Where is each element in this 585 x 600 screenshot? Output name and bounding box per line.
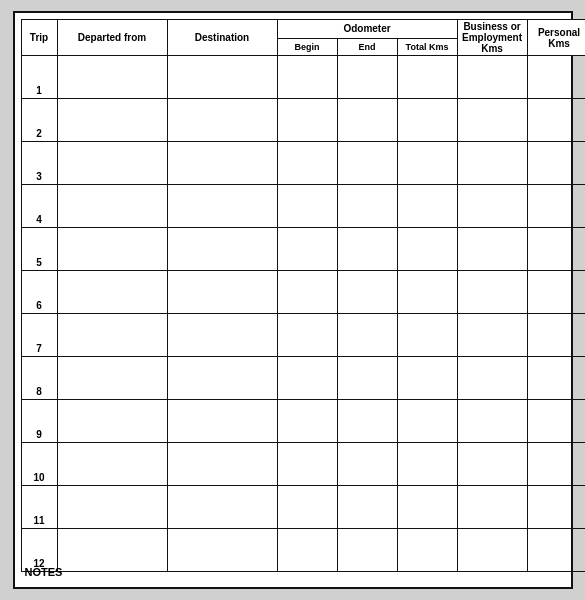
total-8[interactable]	[397, 357, 457, 400]
personal-5[interactable]	[527, 228, 585, 271]
personal-7[interactable]	[527, 314, 585, 357]
end-3[interactable]	[337, 142, 397, 185]
personal-kms-header: Personal Kms	[527, 20, 585, 56]
end-4[interactable]	[337, 185, 397, 228]
departed-7[interactable]	[57, 314, 167, 357]
end-7[interactable]	[337, 314, 397, 357]
table-row: 4	[21, 185, 585, 228]
begin-7[interactable]	[277, 314, 337, 357]
end-8[interactable]	[337, 357, 397, 400]
row-num-4: 4	[21, 185, 57, 228]
total-7[interactable]	[397, 314, 457, 357]
begin-5[interactable]	[277, 228, 337, 271]
departed-10[interactable]	[57, 443, 167, 486]
total-kms-header: Total Kms	[397, 38, 457, 55]
business-2[interactable]	[457, 99, 527, 142]
row-num-3: 3	[21, 142, 57, 185]
departed-2[interactable]	[57, 99, 167, 142]
end-2[interactable]	[337, 99, 397, 142]
business-11[interactable]	[457, 486, 527, 529]
departed-11[interactable]	[57, 486, 167, 529]
total-9[interactable]	[397, 400, 457, 443]
total-4[interactable]	[397, 185, 457, 228]
row-num-11: 11	[21, 486, 57, 529]
personal-3[interactable]	[527, 142, 585, 185]
begin-1[interactable]	[277, 56, 337, 99]
destination-6[interactable]	[167, 271, 277, 314]
total-5[interactable]	[397, 228, 457, 271]
destination-9[interactable]	[167, 400, 277, 443]
end-9[interactable]	[337, 400, 397, 443]
begin-4[interactable]	[277, 185, 337, 228]
departed-from-header: Departed from	[57, 20, 167, 56]
departed-5[interactable]	[57, 228, 167, 271]
table-row: 5	[21, 228, 585, 271]
personal-8[interactable]	[527, 357, 585, 400]
begin-8[interactable]	[277, 357, 337, 400]
total-3[interactable]	[397, 142, 457, 185]
business-9[interactable]	[457, 400, 527, 443]
begin-2[interactable]	[277, 99, 337, 142]
total-2[interactable]	[397, 99, 457, 142]
departed-6[interactable]	[57, 271, 167, 314]
personal-11[interactable]	[527, 486, 585, 529]
personal-2[interactable]	[527, 99, 585, 142]
personal-10[interactable]	[527, 443, 585, 486]
destination-header: Destination	[167, 20, 277, 56]
personal-1[interactable]	[527, 56, 585, 99]
destination-4[interactable]	[167, 185, 277, 228]
table-container: Trip Departed from Destination Odometer …	[21, 19, 565, 581]
total-10[interactable]	[397, 443, 457, 486]
total-1[interactable]	[397, 56, 457, 99]
business-3[interactable]	[457, 142, 527, 185]
total-11[interactable]	[397, 486, 457, 529]
departed-4[interactable]	[57, 185, 167, 228]
end-1[interactable]	[337, 56, 397, 99]
business-4[interactable]	[457, 185, 527, 228]
odometer-header-row: Trip Departed from Destination Odometer …	[21, 20, 585, 39]
end-10[interactable]	[337, 443, 397, 486]
destination-11[interactable]	[167, 486, 277, 529]
destination-1[interactable]	[167, 56, 277, 99]
personal-4[interactable]	[527, 185, 585, 228]
destination-3[interactable]	[167, 142, 277, 185]
destination-7[interactable]	[167, 314, 277, 357]
table-row: 3	[21, 142, 585, 185]
personal-6[interactable]	[527, 271, 585, 314]
row-num-9: 9	[21, 400, 57, 443]
table-row: 2	[21, 99, 585, 142]
row-num-8: 8	[21, 357, 57, 400]
business-6[interactable]	[457, 271, 527, 314]
business-5[interactable]	[457, 228, 527, 271]
destination-2[interactable]	[167, 99, 277, 142]
business-10[interactable]	[457, 443, 527, 486]
departed-9[interactable]	[57, 400, 167, 443]
end-11[interactable]	[337, 486, 397, 529]
row-num-6: 6	[21, 271, 57, 314]
begin-6[interactable]	[277, 271, 337, 314]
begin-9[interactable]	[277, 400, 337, 443]
table-row: 9	[21, 400, 585, 443]
departed-8[interactable]	[57, 357, 167, 400]
begin-3[interactable]	[277, 142, 337, 185]
begin-10[interactable]	[277, 443, 337, 486]
business-1[interactable]	[457, 56, 527, 99]
destination-10[interactable]	[167, 443, 277, 486]
destination-5[interactable]	[167, 228, 277, 271]
table-row: 7	[21, 314, 585, 357]
begin-11[interactable]	[277, 486, 337, 529]
business-8[interactable]	[457, 357, 527, 400]
personal-9[interactable]	[527, 400, 585, 443]
table-row: 1	[21, 56, 585, 99]
trip-log-table: Trip Departed from Destination Odometer …	[21, 19, 586, 563]
end-5[interactable]	[337, 228, 397, 271]
end-6[interactable]	[337, 271, 397, 314]
row-num-1: 1	[21, 56, 57, 99]
departed-3[interactable]	[57, 142, 167, 185]
business-7[interactable]	[457, 314, 527, 357]
total-6[interactable]	[397, 271, 457, 314]
notes-label: NOTES	[21, 563, 565, 581]
row-num-5: 5	[21, 228, 57, 271]
destination-8[interactable]	[167, 357, 277, 400]
departed-1[interactable]	[57, 56, 167, 99]
